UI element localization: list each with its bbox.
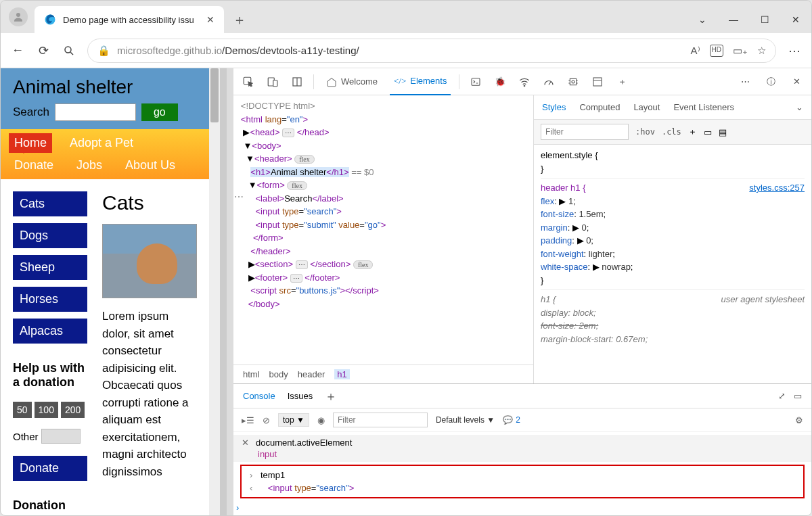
issues-tab[interactable]: Issues	[288, 391, 313, 401]
donation-heading: Donation	[13, 498, 93, 513]
url-text: microsoftedge.github.io/Demos/devtools-a…	[117, 45, 684, 56]
performance-icon[interactable]	[541, 74, 557, 90]
svg-line-3	[70, 52, 73, 55]
window-dropdown-icon[interactable]: ⌄	[687, 6, 718, 33]
help-icon[interactable]: ⓘ	[763, 74, 779, 90]
panel-layout-icon[interactable]	[289, 74, 305, 90]
minimize-icon[interactable]: —	[718, 6, 749, 33]
chip-200[interactable]: 200	[61, 402, 85, 418]
nav-jobs[interactable]: Jobs	[71, 156, 108, 175]
side-cats[interactable]: Cats	[13, 191, 87, 216]
content-heading: Cats	[102, 191, 197, 214]
clear-console-icon[interactable]: ⊘	[263, 415, 270, 425]
nav-home[interactable]: Home	[9, 133, 52, 153]
drawer-expand-icon[interactable]: ⤢	[778, 391, 786, 401]
more-tools-icon[interactable]: ＋	[614, 74, 630, 90]
maximize-icon[interactable]: ☐	[749, 6, 780, 33]
device-icon[interactable]	[265, 74, 281, 90]
close-window-icon[interactable]: ✕	[780, 6, 811, 33]
network-icon[interactable]	[516, 74, 533, 90]
search-input[interactable]	[55, 103, 136, 121]
context-select[interactable]: top ▼	[278, 413, 309, 427]
sidebar-toggle-icon[interactable]: ▸☰	[242, 415, 254, 425]
row-actions-icon[interactable]: ⋯	[233, 190, 245, 204]
profile-icon[interactable]	[9, 7, 28, 26]
lock-icon: 🔒	[97, 45, 110, 57]
tab-welcome[interactable]: Welcome	[322, 68, 382, 95]
console-output[interactable]: ✕document.activeElement input ›temp1 ‹ <…	[233, 432, 811, 516]
application-icon[interactable]	[589, 74, 606, 90]
svg-rect-9	[472, 78, 480, 85]
chip-100[interactable]: 100	[35, 402, 58, 418]
console-icon[interactable]	[468, 74, 484, 90]
drawer-add-icon[interactable]: ＋	[325, 388, 337, 404]
watch-remove-icon[interactable]: ✕	[242, 438, 249, 448]
issues-badge[interactable]: 💬2	[503, 415, 520, 425]
drawer-dock-icon[interactable]: ▭	[794, 391, 802, 401]
chip-50[interactable]: 50	[13, 402, 32, 418]
source-link[interactable]: styles.css:257	[749, 181, 805, 195]
svg-rect-18	[593, 78, 602, 86]
computed-toggle-icon[interactable]: ▤	[719, 127, 727, 137]
other-input[interactable]	[41, 429, 81, 444]
console-tab[interactable]: Console	[243, 391, 275, 401]
listeners-tab[interactable]: Event Listeners	[673, 102, 734, 112]
search-label: Search	[13, 105, 49, 119]
address-bar[interactable]: 🔒 microsoftedge.github.io/Demos/devtools…	[87, 39, 776, 63]
side-dogs[interactable]: Dogs	[13, 223, 87, 248]
tab-elements[interactable]: </>Elements	[390, 68, 451, 95]
flex-editor-icon[interactable]: ▭	[704, 127, 712, 137]
hd-icon[interactable]: HD	[710, 45, 723, 57]
nav-about[interactable]: About Us	[120, 156, 181, 175]
browser-tab[interactable]: Demo page with accessibility issu ✕	[35, 6, 224, 33]
dom-tree[interactable]: ⋯ <!DOCTYPE html> <html lang="en"> ▶<hea…	[233, 95, 533, 365]
new-tab-button[interactable]: ＋	[228, 8, 251, 31]
layout-tab[interactable]: Layout	[633, 102, 660, 112]
devtools-close-icon[interactable]: ✕	[788, 74, 805, 90]
hov-toggle[interactable]: :hov	[635, 127, 655, 137]
back-icon[interactable]: ←	[10, 43, 25, 58]
console-settings-icon[interactable]: ⚙	[795, 415, 803, 425]
side-alpacas[interactable]: Alpacas	[13, 319, 87, 344]
page-scrollbar[interactable]	[209, 68, 220, 516]
nav-donate[interactable]: Donate	[9, 156, 59, 175]
style-filter-input[interactable]	[541, 124, 629, 140]
console-filter-input[interactable]	[333, 413, 428, 427]
help-heading: Help us with a donation	[13, 361, 93, 390]
computed-tab[interactable]: Computed	[579, 102, 620, 112]
eye-icon[interactable]: ◉	[317, 415, 325, 425]
chevron-down-icon[interactable]: ⌄	[796, 102, 803, 112]
edge-favicon-icon	[44, 14, 56, 26]
go-button[interactable]: go	[141, 103, 178, 121]
memory-icon[interactable]	[565, 74, 581, 90]
levels-select[interactable]: Default levels ▼	[436, 415, 495, 425]
donate-button[interactable]: Donate	[13, 456, 87, 481]
inspect-icon[interactable]	[240, 74, 256, 90]
svg-line-11	[549, 82, 551, 85]
svg-point-0	[16, 13, 20, 17]
search-icon[interactable]	[62, 43, 76, 58]
refresh-icon[interactable]: ⟳	[36, 43, 51, 58]
svg-point-2	[65, 47, 71, 53]
new-style-icon[interactable]: ＋	[688, 126, 697, 138]
style-rules[interactable]: element.style { } header h1 {styles.css:…	[534, 145, 811, 383]
side-sheep[interactable]: Sheep	[13, 255, 87, 280]
tab-close-icon[interactable]: ✕	[206, 14, 215, 25]
favorite-icon[interactable]: ☆	[757, 45, 766, 57]
menu-icon[interactable]: ⋯	[787, 43, 802, 58]
cat-image	[102, 224, 197, 298]
devtools-resize-handle[interactable]	[227, 68, 233, 516]
page-title: Animal shelter	[13, 76, 197, 98]
dom-breadcrumb[interactable]: html body header h1	[233, 365, 533, 383]
nav-adopt[interactable]: Adopt a Pet	[64, 133, 139, 153]
cls-toggle[interactable]: .cls	[662, 127, 681, 137]
highlighted-console-region: ›temp1 ‹ <input type="search">	[240, 465, 805, 498]
read-aloud-icon[interactable]: A⁾	[691, 45, 700, 57]
devtools-menu-icon[interactable]: ⋯	[737, 74, 753, 90]
reader-icon[interactable]: ▭₊	[733, 45, 748, 57]
svg-point-13	[572, 80, 574, 83]
bug-icon[interactable]: 🐞	[492, 74, 508, 90]
svg-rect-6	[273, 80, 277, 86]
side-horses[interactable]: Horses	[13, 287, 87, 312]
styles-tab[interactable]: Styles	[542, 102, 566, 112]
